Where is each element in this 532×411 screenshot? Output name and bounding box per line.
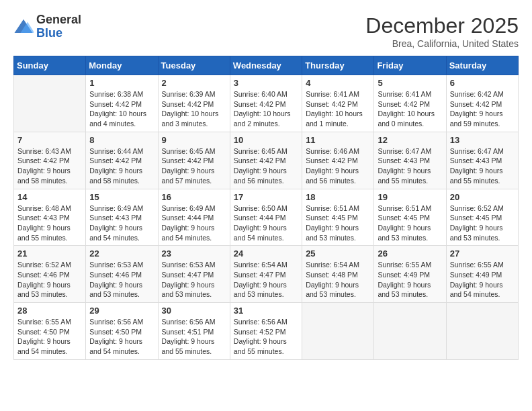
calendar-week-row: 14Sunrise: 6:48 AM Sunset: 4:43 PM Dayli…: [14, 189, 519, 246]
day-info: Sunrise: 6:53 AM Sunset: 4:47 PM Dayligh…: [162, 260, 226, 300]
calendar-cell: 27Sunrise: 6:55 AM Sunset: 4:49 PM Dayli…: [446, 246, 518, 303]
calendar-cell: 14Sunrise: 6:48 AM Sunset: 4:43 PM Dayli…: [14, 189, 86, 246]
calendar-cell: 26Sunrise: 6:55 AM Sunset: 4:49 PM Dayli…: [374, 246, 446, 303]
day-number: 18: [306, 192, 370, 202]
day-number: 16: [162, 192, 226, 202]
calendar-cell: [302, 303, 374, 360]
calendar-week-row: 21Sunrise: 6:52 AM Sunset: 4:46 PM Dayli…: [14, 246, 519, 303]
logo-general-text: General: [36, 13, 81, 27]
day-number: 25: [306, 248, 370, 259]
day-info: Sunrise: 6:39 AM Sunset: 4:42 PM Dayligh…: [162, 89, 226, 129]
day-number: 22: [89, 248, 154, 259]
day-number: 3: [234, 78, 298, 88]
calendar-cell: 12Sunrise: 6:47 AM Sunset: 4:43 PM Dayli…: [374, 132, 446, 189]
day-number: 8: [89, 135, 154, 145]
title-block: December 2025 Brea, California, United S…: [365, 13, 519, 49]
day-number: 6: [450, 78, 515, 88]
day-number: 4: [306, 78, 370, 88]
day-info: Sunrise: 6:52 AM Sunset: 4:46 PM Dayligh…: [17, 260, 82, 300]
day-info: Sunrise: 6:56 AM Sunset: 4:51 PM Dayligh…: [162, 317, 226, 357]
logo: General Blue: [13, 13, 81, 40]
day-number: 24: [234, 248, 298, 259]
calendar-cell: 23Sunrise: 6:53 AM Sunset: 4:47 PM Dayli…: [158, 246, 230, 303]
day-number: 19: [378, 192, 442, 202]
day-info: Sunrise: 6:54 AM Sunset: 4:48 PM Dayligh…: [306, 260, 370, 300]
calendar-cell: 7Sunrise: 6:43 AM Sunset: 4:42 PM Daylig…: [14, 132, 86, 189]
day-header: Thursday: [302, 56, 374, 75]
day-info: Sunrise: 6:52 AM Sunset: 4:45 PM Dayligh…: [450, 203, 515, 243]
day-header: Friday: [374, 56, 446, 75]
calendar-cell: 8Sunrise: 6:44 AM Sunset: 4:42 PM Daylig…: [86, 132, 158, 189]
calendar-cell: 6Sunrise: 6:42 AM Sunset: 4:42 PM Daylig…: [446, 75, 518, 132]
day-info: Sunrise: 6:45 AM Sunset: 4:42 PM Dayligh…: [162, 146, 226, 186]
day-info: Sunrise: 6:45 AM Sunset: 4:42 PM Dayligh…: [234, 146, 298, 186]
location-text: Brea, California, United States: [365, 38, 519, 49]
day-info: Sunrise: 6:46 AM Sunset: 4:42 PM Dayligh…: [306, 146, 370, 186]
calendar-cell: 21Sunrise: 6:52 AM Sunset: 4:46 PM Dayli…: [14, 246, 86, 303]
day-info: Sunrise: 6:42 AM Sunset: 4:42 PM Dayligh…: [450, 89, 515, 129]
day-info: Sunrise: 6:40 AM Sunset: 4:42 PM Dayligh…: [234, 89, 298, 129]
day-number: 1: [89, 78, 154, 88]
day-number: 9: [162, 135, 226, 145]
day-header: Sunday: [14, 56, 86, 75]
day-number: 12: [378, 135, 442, 145]
day-number: 21: [17, 248, 82, 259]
day-info: Sunrise: 6:56 AM Sunset: 4:52 PM Dayligh…: [234, 317, 298, 357]
day-number: 29: [89, 306, 154, 316]
day-info: Sunrise: 6:56 AM Sunset: 4:50 PM Dayligh…: [89, 317, 154, 357]
calendar-cell: 5Sunrise: 6:41 AM Sunset: 4:42 PM Daylig…: [374, 75, 446, 132]
logo-text: General Blue: [36, 13, 81, 40]
calendar-table: SundayMondayTuesdayWednesdayThursdayFrid…: [13, 56, 519, 360]
calendar-cell: 24Sunrise: 6:54 AM Sunset: 4:47 PM Dayli…: [230, 246, 302, 303]
day-info: Sunrise: 6:41 AM Sunset: 4:42 PM Dayligh…: [378, 89, 442, 129]
day-header: Saturday: [446, 56, 518, 75]
day-info: Sunrise: 6:41 AM Sunset: 4:42 PM Dayligh…: [306, 89, 370, 129]
calendar-cell: 28Sunrise: 6:55 AM Sunset: 4:50 PM Dayli…: [14, 303, 86, 360]
day-number: 5: [378, 78, 442, 88]
day-info: Sunrise: 6:50 AM Sunset: 4:44 PM Dayligh…: [234, 203, 298, 243]
day-number: 28: [17, 306, 82, 316]
day-number: 17: [234, 192, 298, 202]
day-header: Monday: [86, 56, 158, 75]
logo-blue-text: Blue: [36, 27, 81, 40]
day-header: Tuesday: [158, 56, 230, 75]
day-number: 10: [234, 135, 298, 145]
day-info: Sunrise: 6:47 AM Sunset: 4:43 PM Dayligh…: [450, 146, 515, 186]
calendar-week-row: 1Sunrise: 6:38 AM Sunset: 4:42 PM Daylig…: [14, 75, 519, 132]
day-number: 14: [17, 192, 82, 202]
calendar-cell: [14, 75, 86, 132]
calendar-cell: 20Sunrise: 6:52 AM Sunset: 4:45 PM Dayli…: [446, 189, 518, 246]
day-number: 23: [162, 248, 226, 259]
calendar-cell: 13Sunrise: 6:47 AM Sunset: 4:43 PM Dayli…: [446, 132, 518, 189]
calendar-header-row: SundayMondayTuesdayWednesdayThursdayFrid…: [14, 56, 519, 75]
day-info: Sunrise: 6:44 AM Sunset: 4:42 PM Dayligh…: [89, 146, 154, 186]
calendar-cell: 22Sunrise: 6:53 AM Sunset: 4:46 PM Dayli…: [86, 246, 158, 303]
day-number: 2: [162, 78, 226, 88]
day-number: 7: [17, 135, 82, 145]
logo-icon: [13, 17, 34, 37]
day-number: 11: [306, 135, 370, 145]
day-info: Sunrise: 6:53 AM Sunset: 4:46 PM Dayligh…: [89, 260, 154, 300]
calendar-cell: 16Sunrise: 6:49 AM Sunset: 4:44 PM Dayli…: [158, 189, 230, 246]
calendar-cell: 18Sunrise: 6:51 AM Sunset: 4:45 PM Dayli…: [302, 189, 374, 246]
day-info: Sunrise: 6:55 AM Sunset: 4:50 PM Dayligh…: [17, 317, 82, 357]
day-info: Sunrise: 6:49 AM Sunset: 4:43 PM Dayligh…: [89, 203, 154, 243]
day-header: Wednesday: [230, 56, 302, 75]
day-number: 30: [162, 306, 226, 316]
calendar-cell: 3Sunrise: 6:40 AM Sunset: 4:42 PM Daylig…: [230, 75, 302, 132]
month-title: December 2025: [365, 13, 519, 38]
calendar-cell: [446, 303, 518, 360]
day-number: 27: [450, 248, 515, 259]
day-info: Sunrise: 6:55 AM Sunset: 4:49 PM Dayligh…: [450, 260, 515, 300]
calendar-cell: 10Sunrise: 6:45 AM Sunset: 4:42 PM Dayli…: [230, 132, 302, 189]
day-info: Sunrise: 6:54 AM Sunset: 4:47 PM Dayligh…: [234, 260, 298, 300]
day-info: Sunrise: 6:49 AM Sunset: 4:44 PM Dayligh…: [162, 203, 226, 243]
calendar-week-row: 28Sunrise: 6:55 AM Sunset: 4:50 PM Dayli…: [14, 303, 519, 360]
calendar-cell: 4Sunrise: 6:41 AM Sunset: 4:42 PM Daylig…: [302, 75, 374, 132]
day-number: 13: [450, 135, 515, 145]
calendar-cell: 15Sunrise: 6:49 AM Sunset: 4:43 PM Dayli…: [86, 189, 158, 246]
day-info: Sunrise: 6:51 AM Sunset: 4:45 PM Dayligh…: [378, 203, 442, 243]
day-number: 31: [234, 306, 298, 316]
calendar-cell: 1Sunrise: 6:38 AM Sunset: 4:42 PM Daylig…: [86, 75, 158, 132]
day-info: Sunrise: 6:51 AM Sunset: 4:45 PM Dayligh…: [306, 203, 370, 243]
